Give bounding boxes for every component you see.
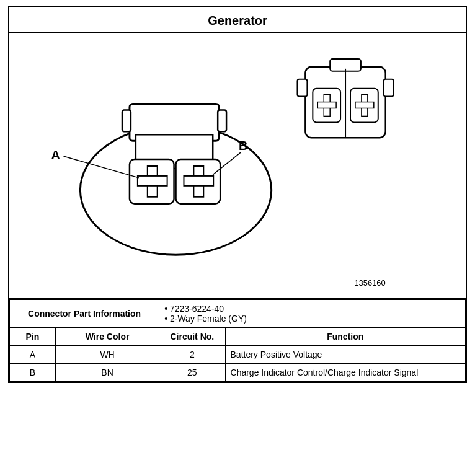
svg-rect-25 [355,102,374,108]
svg-rect-10 [184,176,213,186]
connector-diagram: A B [9,33,466,298]
connector-value-2: • 2-Way Female (GY) [164,314,460,324]
connector-info-label: Connector Part Information [10,300,159,328]
svg-rect-22 [317,102,336,108]
cell-pin-b: B [10,364,56,382]
table-section: Connector Part Information • 7223-6224-4… [9,299,466,382]
connector-value-1: • 7223-6224-40 [164,304,460,314]
cell-circuit-b: 25 [159,364,225,382]
cell-pin-a: A [10,346,56,364]
title-text: Generator [208,14,267,27]
cell-circuit-a: 2 [159,346,225,364]
cell-wire-color-a: WH [55,346,159,364]
page-title: Generator [9,7,466,33]
diagram-section: A B [9,33,466,299]
svg-rect-7 [138,176,167,186]
cell-function-b: Charge Indicator Control/Charge Indicato… [225,364,465,382]
table-row: B BN 25 Charge Indicator Control/Charge … [10,364,466,382]
page-container: Generator A [8,6,467,383]
table-row: A WH 2 Battery Positive Voltage [10,346,466,364]
connector-info-row: Connector Part Information • 7223-6224-4… [10,300,466,328]
header-wire-color: Wire Color [55,328,159,346]
diagram-id: 1356160 [354,278,385,288]
table-header-row: Pin Wire Color Circuit No. Function [10,328,466,346]
cell-wire-color-b: BN [55,364,159,382]
header-function: Function [225,328,465,346]
svg-rect-18 [384,79,394,97]
cell-function-a: Battery Positive Voltage [225,346,465,364]
svg-rect-2 [122,110,131,131]
header-circuit-no: Circuit No. [159,328,225,346]
svg-rect-17 [297,79,307,97]
header-pin: Pin [10,328,56,346]
connector-info-values: • 7223-6224-40 • 2-Way Female (GY) [159,300,466,328]
svg-text:A: A [51,148,60,162]
svg-rect-3 [218,110,226,131]
svg-text:B: B [239,139,247,152]
connector-table: Connector Part Information • 7223-6224-4… [9,299,466,382]
